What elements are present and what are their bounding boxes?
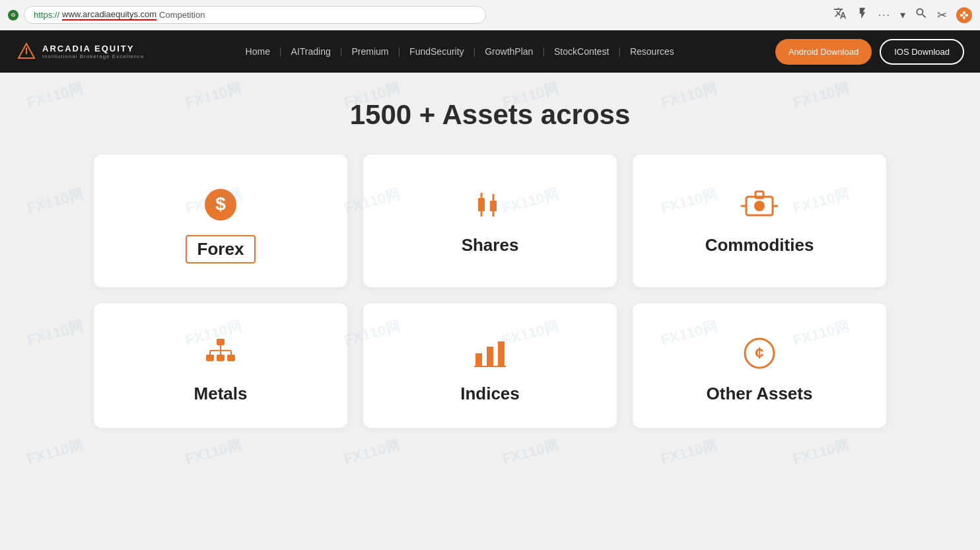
browser-favicon: G xyxy=(8,10,18,20)
svg-point-11 xyxy=(754,201,765,211)
svg-rect-24 xyxy=(487,347,493,366)
nav-logo[interactable]: ARCADIA EQUITY Institutional Brokerage E… xyxy=(16,41,145,62)
translate-icon[interactable] xyxy=(833,7,847,23)
logo-text: ARCADIA EQUITY Institutional Brokerage E… xyxy=(42,44,145,59)
nav-links: Home | AITrading | Premium | FundSecurit… xyxy=(166,46,754,57)
svg-rect-4 xyxy=(478,198,485,211)
nav-buttons: Android Download IOS Download xyxy=(775,39,964,65)
nav-home[interactable]: Home xyxy=(236,46,279,57)
svg-rect-17 xyxy=(217,355,225,361)
chevron-down-icon[interactable]: ▾ xyxy=(900,9,905,21)
android-download-button[interactable]: Android Download xyxy=(775,39,872,65)
forex-label: Forex xyxy=(186,235,256,263)
asset-card-commodities[interactable]: Commodities xyxy=(633,155,886,287)
forex-icon: $ xyxy=(202,186,239,223)
metals-label: Metals xyxy=(194,384,248,404)
asset-card-forex[interactable]: $ Forex xyxy=(94,155,347,287)
commodities-label: Commodities xyxy=(705,235,814,256)
ios-download-button[interactable]: IOS Download xyxy=(880,39,964,65)
browser-toolbar: ··· ▾ ✂ xyxy=(833,7,972,23)
metals-icon xyxy=(202,335,239,372)
other-assets-icon: ¢ xyxy=(741,335,778,372)
url-bar[interactable]: https:// www.arcadiaequitys.com Competit… xyxy=(24,6,486,24)
nav-growthplan[interactable]: GrowthPlan xyxy=(475,46,542,57)
game-icon[interactable] xyxy=(956,7,972,23)
svg-text:$: $ xyxy=(215,193,226,214)
svg-text:¢: ¢ xyxy=(755,344,763,362)
other-assets-label: Other Assets xyxy=(707,384,813,404)
nav-fundsecurity[interactable]: FundSecurity xyxy=(400,46,473,57)
asset-card-shares[interactable]: Shares xyxy=(363,155,617,287)
main-content: FX110网 FX110网 FX110网 FX110网 FX110网 FX110… xyxy=(0,73,980,467)
svg-rect-16 xyxy=(206,355,214,361)
shares-icon xyxy=(472,186,508,223)
nav-premium[interactable]: Premium xyxy=(342,46,398,57)
navbar: ARCADIA EQUITY Institutional Brokerage E… xyxy=(0,30,980,73)
url-domain: www.arcadiaequitys.com xyxy=(62,9,157,20)
svg-rect-18 xyxy=(227,355,235,361)
commodities-icon xyxy=(741,186,778,223)
svg-rect-12 xyxy=(755,191,763,198)
more-icon[interactable]: ··· xyxy=(878,9,891,21)
asset-card-metals[interactable]: Metals xyxy=(94,303,347,428)
logo-title: ARCADIA EQUITY xyxy=(42,44,145,53)
nav-resources[interactable]: Resources xyxy=(621,46,683,57)
page-heading: 1500 + Assets across xyxy=(66,99,914,131)
shares-label: Shares xyxy=(462,235,519,256)
nav-aitrading[interactable]: AITrading xyxy=(282,46,340,57)
logo-subtitle: Institutional Brokerage Excellence xyxy=(42,53,145,59)
svg-rect-7 xyxy=(490,201,497,211)
asset-card-other-assets[interactable]: ¢ Other Assets xyxy=(633,303,886,428)
url-https: https:// xyxy=(34,10,59,20)
browser-chrome: G https:// www.arcadiaequitys.com Compet… xyxy=(0,0,980,30)
assets-grid: $ Forex Shares xyxy=(94,155,886,428)
search-icon[interactable] xyxy=(915,7,928,23)
logo-icon xyxy=(16,41,37,62)
indices-icon xyxy=(472,335,508,372)
bolt-icon[interactable] xyxy=(856,7,869,23)
nav-stockcontest[interactable]: StockContest xyxy=(545,46,618,57)
scissors-icon[interactable]: ✂ xyxy=(937,8,947,22)
svg-rect-23 xyxy=(475,353,482,366)
svg-rect-15 xyxy=(217,339,225,345)
svg-rect-25 xyxy=(498,341,505,366)
asset-card-indices[interactable]: Indices xyxy=(363,303,617,428)
url-rest: Competition xyxy=(159,10,205,20)
indices-label: Indices xyxy=(460,384,520,404)
